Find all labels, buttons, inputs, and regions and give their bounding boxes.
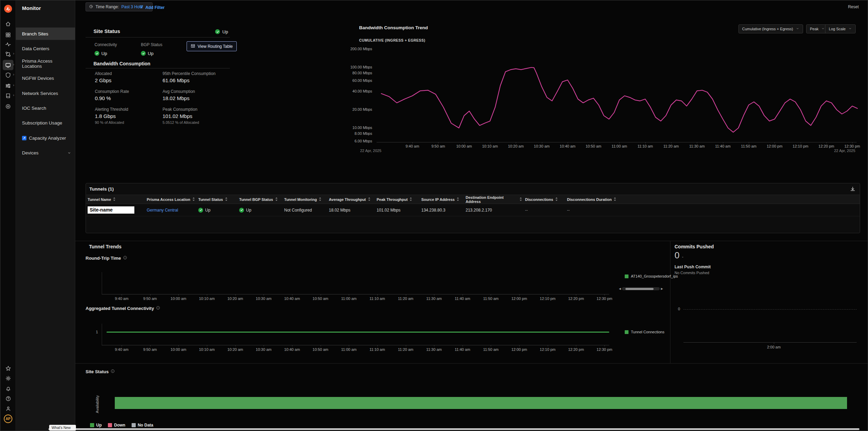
add-filter-button[interactable]: Add Filter [139,5,165,10]
sort-icon[interactable] [113,197,116,202]
col-header-tunnel-monitoring[interactable]: Tunnel Monitoring [284,197,329,202]
sidebar-item-data-centers[interactable]: Data Centers [16,42,75,55]
sidebar-item-ngfw-devices[interactable]: NGFW Devices [16,72,75,85]
sort-icon[interactable] [456,197,459,202]
view-routing-table-button[interactable]: View Routing Table [187,41,237,51]
stat-peak-consumption: Peak Consumption101.02 Mbps5.0512 % of A… [163,107,230,125]
horizontal-scrollbar[interactable] [48,428,859,430]
legend-label: Up [96,423,102,428]
col-header-prisma-access-location[interactable]: Prisma Access Location [147,197,198,202]
trend-metric-dropdown[interactable]: Cumulative (Ingress + Egress) [738,24,803,33]
chevron-right-icon: › [13,52,14,55]
scrollbar-thumb[interactable] [625,288,654,290]
col-header-tunnel-bgp-status[interactable]: Tunnel BGP Status [239,197,284,202]
sort-icon[interactable] [225,197,228,202]
sidebar-item-capacity-analyzer[interactable]: Capacity Analyzer [16,132,75,144]
avatar[interactable]: AP [4,414,12,423]
sort-icon[interactable] [275,197,278,202]
availability-bar[interactable] [115,397,847,409]
trend-scale-dropdown[interactable]: Log Scale [825,24,856,33]
col-header-tunnel-status[interactable]: Tunnel Status [198,197,239,202]
location-link[interactable]: Germany Central [147,208,178,213]
rtt-title: Round-Trip Time [86,256,127,261]
scroll-right-icon[interactable]: ▶ [661,287,663,290]
dashboards-icon[interactable] [3,30,13,40]
col-header-destination-endpoint-address[interactable]: Destination Endpoint Address [466,195,525,204]
monitor-icon[interactable] [3,60,13,70]
tenant-gear-icon[interactable] [3,373,13,384]
user-icon[interactable] [3,403,13,414]
trend-date-left: 22 Apr, 2025 [360,149,381,153]
legend-item-down[interactable]: Down [108,423,125,428]
stat-value: 101.02 Mbps [163,113,230,119]
col-header-tunnel-name[interactable]: Tunnel Name [88,197,147,202]
x-tick-label: 11:00 am [335,347,363,352]
y-tick-label: 60.00 Mbps [341,78,372,83]
axis-tick [434,294,434,295]
workflows-icon[interactable] [3,49,13,59]
sidebar-item-label: Prisma Access Locations [22,58,69,69]
incidents-alerts-icon[interactable] [3,39,13,49]
x-tick-label: 11:20 am [392,347,420,352]
connectivity-legend-item[interactable]: Tunnel Connections [625,330,664,334]
x-tick-label: 10:00 am [165,297,192,301]
sort-icon[interactable] [519,197,522,202]
col-header-label: Disconnections [525,197,553,202]
commits-y-tick: 0 [675,307,680,311]
info-icon[interactable] [123,256,127,261]
trend-date-right: 22 Apr, 2025 [834,149,855,153]
sidebar-item-label: Capacity Analyzer [29,136,66,141]
scroll-left-icon[interactable]: ◀ [619,287,621,290]
axis-tick [576,294,576,295]
col-header-label: Tunnel Status [198,197,223,202]
col-header-disconnections-duration[interactable]: Disconnections Duration [567,197,860,202]
cell-tunnel-status: Up [198,208,239,213]
notifications-icon[interactable] [3,384,13,394]
download-icon[interactable] [850,186,856,193]
brand-logo[interactable] [4,4,12,13]
col-header-average-throughput[interactable]: Average Throughput [329,197,377,202]
reports-icon[interactable] [3,90,13,101]
reset-button[interactable]: Reset [848,4,859,9]
objects-icon[interactable] [3,101,13,111]
sidebar-item-ioc-search[interactable]: IOC Search [16,102,75,115]
sort-icon[interactable] [192,197,195,202]
favorites-icon[interactable] [3,363,13,374]
tunnel-name-value[interactable]: Site-name [88,206,134,214]
help-icon[interactable] [3,394,13,404]
availability-legend: UpDownNo Data [90,423,153,428]
col-header-peak-throughput[interactable]: Peak Throughput [377,197,421,202]
legend-item-no-data[interactable]: No Data [132,423,153,428]
security-services-icon[interactable] [3,70,13,80]
sort-icon[interactable] [368,197,371,202]
rtt-legend-item[interactable]: AT140_Grosspetersdorf_ips [625,274,678,278]
info-icon[interactable] [156,306,160,311]
stat-label: 95th Percentile Consumption [163,71,230,76]
sort-icon[interactable] [409,197,412,202]
cell-tunnel-name: Site-name [88,206,147,214]
sort-icon[interactable] [555,197,558,202]
col-header-label: Prisma Access Location [147,197,190,202]
axis-tick [576,345,576,346]
sort-icon[interactable] [319,197,322,202]
col-header-source-ip-address[interactable]: Source IP Address [421,197,466,202]
sidebar-item-branch-sites[interactable]: Branch Sites [16,28,75,40]
legend-item-up[interactable]: Up [90,423,102,428]
cell-disconnections: -- [525,208,567,213]
sidebar-item-subscription-usage[interactable]: Subscription Usage [16,117,75,129]
sidebar-item-prisma-access-locations[interactable]: Prisma Access Locations [16,57,75,70]
sort-icon[interactable] [613,197,616,202]
y-tick-label: 40.00 Mbps [341,89,372,93]
info-icon[interactable] [111,369,115,374]
col-header-disconnections[interactable]: Disconnections [525,197,567,202]
table-row[interactable]: Site-nameGermany CentralUpUpNot Configur… [86,204,860,216]
col-header-label: Tunnel BGP Status [239,197,273,202]
sidebar-item-network-services[interactable]: Network Services [16,87,75,99]
legend-scrollbar[interactable]: ◀ ▶ [619,287,663,290]
sidebar-item-devices[interactable]: Devices [16,147,75,159]
settings-services-icon[interactable] [3,80,13,91]
connectivity-label: Connectivity [94,42,117,47]
scrollbar-track[interactable] [622,287,660,290]
home-icon[interactable] [3,19,13,29]
cut-off-tooltip[interactable]: What's New [49,425,76,431]
